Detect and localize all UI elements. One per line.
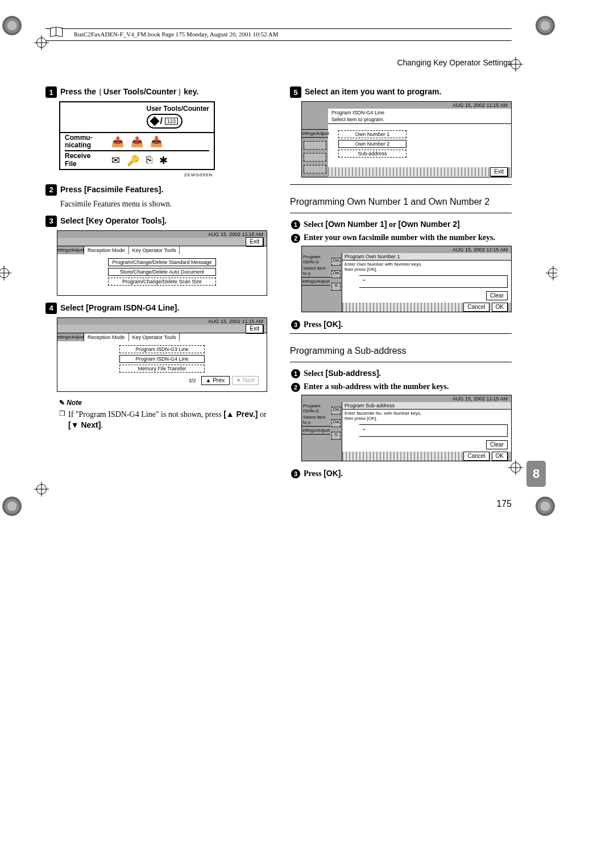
step-badge-4: 4: [45, 303, 57, 314]
step-text: Press the {User Tools/Counter} key.: [60, 86, 198, 98]
crop-mark: [508, 57, 523, 72]
section-title: Changing Key Operator Settings: [45, 58, 512, 67]
sub-address-button[interactable]: Sub-address: [338, 150, 406, 158]
next-button: ▼ Next: [232, 376, 259, 385]
substep-badge: 2: [291, 234, 300, 243]
exit-button[interactable]: Exit: [246, 237, 263, 246]
side-tab[interactable]: ettings/Adjust: [302, 278, 330, 286]
substep-badge: 1: [291, 369, 300, 378]
substep-badge: 3: [291, 320, 300, 329]
key-icon: 🔑: [127, 154, 139, 167]
step-5: 5 Select an item you want to program.: [290, 86, 512, 98]
breadcrumb: Program ISDN-G: [302, 253, 330, 266]
side-tab[interactable]: ettings/Adjust: [57, 333, 84, 341]
menu-item[interactable]: Program ISDN-G3 Line: [119, 345, 205, 353]
list-peek: Ow: [331, 407, 341, 415]
own-number-2-button[interactable]: Own Number 2: [338, 140, 406, 148]
side-tab[interactable]: ettings/Adjust: [57, 246, 84, 254]
prev-button[interactable]: ▲ Prev.: [201, 376, 229, 385]
note-item: If "Program ISDN-G4 Line" is not shown, …: [59, 409, 267, 431]
list-peek: Ow: [331, 419, 341, 427]
list-peek: Ow: [331, 270, 341, 278]
number-input[interactable]: [359, 275, 508, 288]
section-own-number: Programming Own Number 1 and Own Number …: [290, 196, 512, 208]
time-strip: AUG 15, 2002 11∶15 AM: [302, 102, 511, 109]
step-4: 4 Select [Program ISDN-G4 Line].: [45, 303, 267, 314]
tab-keyop[interactable]: Key Operator Tools: [129, 333, 180, 341]
note-heading: Note: [59, 399, 267, 407]
step-badge-3: 3: [45, 216, 57, 227]
substep-badge: 1: [291, 220, 300, 229]
substep-3: 3 Press [OK].: [291, 319, 512, 330]
note-block: Note If "Program ISDN-G4 Line" is not sh…: [59, 399, 267, 431]
time-strip: AUG 15, 2002 11∶15 AM: [302, 395, 511, 402]
screenshot-select-item: AUG 15, 2002 11∶15 AM ettings/Adjust Pro…: [301, 101, 512, 177]
page-number: 175: [28, 499, 512, 509]
crop-mark: [546, 266, 557, 280]
side-tab[interactable]: ettings/Adjust: [302, 427, 330, 435]
arrow-out-icon: ⎘: [146, 154, 152, 167]
panel-title: User Tools/Counter: [147, 105, 209, 113]
menu-item[interactable]: Program/Change/Delete Standard Message: [108, 258, 216, 266]
mail-icon: ✉︎: [111, 154, 120, 167]
cancel-button[interactable]: Cancel: [463, 303, 489, 312]
receive-icons: ✉︎ 🔑 ⎘ ✱: [111, 154, 168, 167]
step-body: Facsimile Features menu is shown.: [60, 199, 267, 210]
ok-button[interactable]: OK: [492, 452, 508, 461]
dialog-title: Program Own Number 1: [342, 253, 511, 261]
list-peek: Ow: [331, 258, 341, 266]
substep-3b: 3 Press [OK].: [291, 468, 512, 480]
dialog-hint: Enter Own Number with Number keys, then …: [342, 261, 511, 273]
cancel-button[interactable]: Cancel: [463, 452, 489, 461]
side-tab[interactable]: ettings/Adjust: [302, 129, 328, 138]
clear-button[interactable]: Clear: [486, 291, 508, 300]
exit-button[interactable]: Exit: [490, 167, 508, 176]
reg-mark-bl: [2, 497, 22, 516]
time-strip: AUG 15, 2002 11∶15 AM: [57, 318, 267, 325]
header-text: RusC2FaxADEN-F_V4_FM.book Page 175 Monda…: [74, 31, 279, 38]
row-label: Receive File: [65, 152, 105, 167]
substep-2b: 2 Enter a sub-address with the number ke…: [291, 382, 512, 392]
own-number-1-button[interactable]: Own Number 1: [338, 130, 406, 138]
step-2: 2 Press [Facsimile Features].: [45, 184, 267, 196]
substep-2: 2 Enter your own facsimile number with t…: [291, 233, 512, 243]
screenshot-sub-address: AUG 15, 2002 11∶15 AM Program ISDN-G Sel…: [301, 395, 512, 461]
doc-header: RusC2FaxADEN-F_V4_FM.book Page 175 Monda…: [45, 28, 512, 41]
menu-item[interactable]: Program ISDN-G4 Line: [119, 355, 205, 363]
clear-button[interactable]: Clear: [486, 440, 508, 449]
asterisk-icon: ✱: [159, 154, 168, 167]
list-peek: S: [331, 432, 341, 440]
crop-mark: [34, 482, 49, 497]
substep-badge: 3: [291, 469, 300, 478]
dialog-title: Program Sub-address: [342, 402, 511, 410]
usertools-panel: User Tools/Counter /123 Commu- nicating …: [59, 101, 215, 170]
usertools-key-icon: /123: [147, 114, 182, 129]
time-strip: AUG 15, 2002 11∶15 AM: [302, 246, 511, 253]
tab-keyop[interactable]: Key Operator Tools: [129, 246, 180, 254]
substep-1b: 1 Select [Sub-address].: [291, 368, 512, 379]
menu-item[interactable]: Program/Change/Delete Scan Size: [108, 278, 216, 286]
breadcrumb: Program ISDN-G4 Line: [328, 109, 511, 117]
crop-mark: [0, 266, 11, 280]
screenshot-key-operator: AUG 15, 2002 11∶15 AM Exit ettings/Adjus…: [57, 230, 267, 296]
menu-item[interactable]: Memory File Transfer: [119, 365, 205, 373]
prompt-text: Select item to p: [302, 266, 330, 278]
doc-in-icon: 📥: [150, 135, 163, 148]
substep-1: 1 Select [Own Number 1] or [Own Number 2…: [291, 219, 512, 230]
tab-reception[interactable]: Reception Mode: [84, 246, 129, 254]
reg-mark-tr: [536, 16, 555, 35]
doc-out-icon: 📤: [131, 135, 143, 148]
substep-badge: 2: [291, 383, 300, 392]
reg-mark-br: [536, 497, 555, 516]
step-badge-1: 1: [45, 86, 57, 98]
page-indicator: 2/2: [189, 378, 196, 383]
ok-button[interactable]: OK: [492, 303, 508, 312]
number-input[interactable]: [359, 424, 508, 437]
prompt-text: Select item to program.: [328, 117, 511, 124]
exit-button[interactable]: Exit: [246, 324, 263, 333]
step-1: 1 Press the {User Tools/Counter} key.: [45, 86, 267, 98]
menu-item[interactable]: Store/Change/Delete Auto Document: [108, 268, 216, 276]
step-badge-5: 5: [290, 86, 301, 98]
step-3: 3 Select [Key Operator Tools].: [45, 216, 267, 227]
tab-reception[interactable]: Reception Mode: [84, 333, 129, 341]
